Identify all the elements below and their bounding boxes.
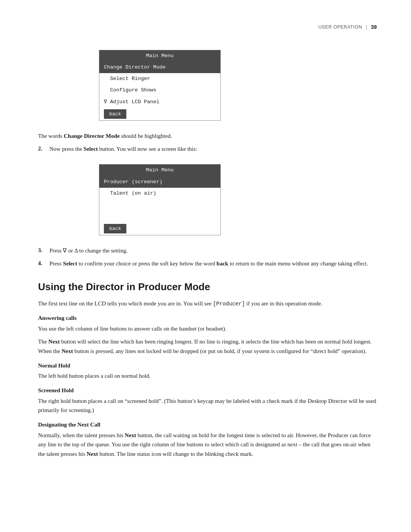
intro-para: The first text line on the LCD tells you…	[38, 299, 377, 308]
menu1-item-2: Configure Shows	[99, 85, 220, 96]
step4-bold2: back	[217, 260, 228, 267]
screened-hold-heading: Screened Hold	[38, 386, 377, 395]
highlight-bold: Change Director Mode	[64, 133, 120, 139]
page: USER OPERATION | 39 Main Menu Change Dir…	[0, 0, 411, 486]
menu1-title: Main Menu	[99, 50, 220, 62]
step-4-content: Press Select to confirm your choice or p…	[49, 259, 377, 268]
screened-hold-para: The right hold button places a call on “…	[38, 396, 377, 415]
step-3-number: 3.	[38, 246, 46, 255]
section-label: USER OPERATION	[319, 24, 362, 30]
next-bold-1: Next	[48, 339, 60, 345]
producer-code: [Producer]	[213, 301, 245, 307]
page-header: USER OPERATION | 39	[38, 23, 377, 32]
menu2-back-row: back	[99, 222, 220, 235]
step-3-content: Press ∇ or Δ to change the setting.	[49, 246, 377, 255]
menu2-box: Main Menu Producer (screener) Talent (on…	[99, 164, 221, 235]
menu2-empty-2	[99, 211, 220, 222]
menu1-item-3: ∇ Adjust LCD Panel	[99, 96, 220, 108]
normal-hold-para: The left hold button places a call on no…	[38, 371, 377, 381]
step-2: 2. Now press the Select button. You will…	[38, 144, 377, 153]
menu2-item-1: Talent (on air)	[99, 188, 220, 199]
menu1-back-button: back	[104, 109, 126, 119]
step-4: 4. Press Select to confirm your choice o…	[38, 259, 377, 268]
section-heading: Using the Director in Producer Mode	[38, 280, 377, 294]
designating-next-bold1: Next	[125, 432, 136, 438]
answering-calls-heading: Answering calls	[38, 314, 377, 323]
step-2-number: 2.	[38, 144, 46, 153]
menu1-item-0: Change Director Mode	[99, 62, 220, 73]
page-number: 39	[371, 23, 377, 31]
designating-para: Normally, when the talent presses his Ne…	[38, 431, 377, 459]
menu1-box: Main Menu Change Director Mode Select Ri…	[99, 50, 221, 121]
menu2-title: Main Menu	[99, 165, 220, 176]
step4-bold1: Select	[63, 260, 77, 267]
header-divider: |	[366, 23, 367, 32]
menu2-back-button: back	[104, 224, 126, 234]
normal-hold-heading: Normal Hold	[38, 361, 377, 370]
menu2-item-0: Producer (screener)	[99, 176, 220, 188]
answering-calls-para1: You use the left column of line buttons …	[38, 324, 377, 334]
menu1-item-1: Select Ringer	[99, 73, 220, 85]
step2-bold: Select	[84, 146, 98, 152]
step-2-content: Now press the Select button. You will no…	[49, 144, 377, 153]
highlight-note: The words Change Director Mode should be…	[38, 131, 377, 141]
menu2-empty-1	[99, 199, 220, 211]
designating-next-bold2: Next	[86, 451, 98, 457]
step-4-number: 4.	[38, 259, 46, 268]
step-3: 3. Press ∇ or Δ to change the setting.	[38, 246, 377, 255]
designating-heading: Designating the Next Call	[38, 420, 377, 429]
next-bold-2: Next	[62, 348, 73, 354]
menu1-back-row: back	[99, 108, 220, 121]
answering-calls-para2: The Next button will select the line whi…	[38, 337, 377, 356]
